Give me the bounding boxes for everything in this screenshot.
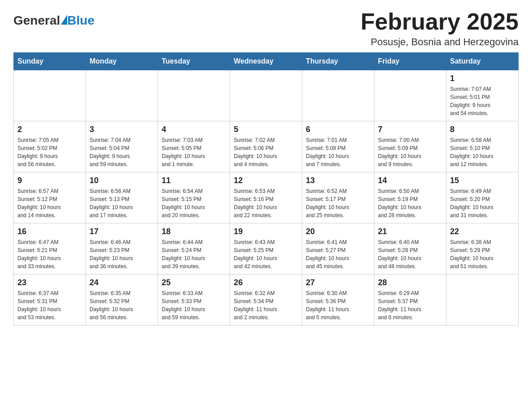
day-info: Sunrise: 6:35 AM Sunset: 5:32 PM Dayligh… — [90, 289, 154, 321]
day-info: Sunrise: 6:50 AM Sunset: 5:19 PM Dayligh… — [378, 187, 442, 219]
page-header: General Blue February 2025 Posusje, Bosn… — [13, 9, 519, 48]
calendar-cell: 2Sunrise: 7:05 AM Sunset: 5:02 PM Daylig… — [14, 121, 86, 172]
weekday-header-friday: Friday — [374, 53, 446, 70]
calendar-table: SundayMondayTuesdayWednesdayThursdayFrid… — [13, 52, 519, 325]
weekday-header-wednesday: Wednesday — [230, 53, 302, 70]
day-number: 2 — [17, 125, 82, 134]
calendar-cell: 6Sunrise: 7:01 AM Sunset: 5:08 PM Daylig… — [302, 121, 374, 172]
day-info: Sunrise: 7:00 AM Sunset: 5:09 PM Dayligh… — [378, 136, 442, 168]
day-number: 7 — [378, 125, 442, 134]
day-info: Sunrise: 6:44 AM Sunset: 5:24 PM Dayligh… — [162, 238, 226, 270]
calendar-week-row: 9Sunrise: 6:57 AM Sunset: 5:12 PM Daylig… — [14, 172, 519, 223]
day-number: 20 — [306, 227, 370, 236]
day-number: 17 — [90, 227, 154, 236]
day-number: 26 — [234, 278, 298, 287]
calendar-cell: 26Sunrise: 6:32 AM Sunset: 5:34 PM Dayli… — [230, 274, 302, 325]
day-number: 8 — [450, 125, 515, 134]
day-info: Sunrise: 6:37 AM Sunset: 5:31 PM Dayligh… — [17, 289, 82, 321]
day-info: Sunrise: 6:49 AM Sunset: 5:20 PM Dayligh… — [450, 187, 515, 219]
day-number: 4 — [162, 125, 226, 134]
day-info: Sunrise: 6:57 AM Sunset: 5:12 PM Dayligh… — [17, 187, 82, 219]
calendar-cell — [446, 274, 519, 325]
day-number: 22 — [450, 227, 515, 236]
day-info: Sunrise: 6:33 AM Sunset: 5:33 PM Dayligh… — [162, 289, 226, 321]
day-info: Sunrise: 7:02 AM Sunset: 5:06 PM Dayligh… — [234, 136, 298, 168]
day-number: 5 — [234, 125, 298, 134]
calendar-cell: 4Sunrise: 7:03 AM Sunset: 5:05 PM Daylig… — [158, 121, 230, 172]
day-number: 16 — [17, 227, 82, 236]
day-number: 6 — [306, 125, 370, 134]
day-number: 11 — [162, 176, 226, 185]
calendar-subtitle: Posusje, Bosnia and Herzegovina — [360, 36, 519, 48]
day-info: Sunrise: 6:32 AM Sunset: 5:34 PM Dayligh… — [234, 289, 298, 321]
logo-triangle-icon — [61, 15, 67, 25]
calendar-cell: 5Sunrise: 7:02 AM Sunset: 5:06 PM Daylig… — [230, 121, 302, 172]
logo-text-blue: Blue — [67, 13, 94, 28]
calendar-cell: 20Sunrise: 6:41 AM Sunset: 5:27 PM Dayli… — [302, 223, 374, 274]
calendar-cell: 21Sunrise: 6:40 AM Sunset: 5:28 PM Dayli… — [374, 223, 446, 274]
calendar-cell: 10Sunrise: 6:56 AM Sunset: 5:13 PM Dayli… — [86, 172, 158, 223]
calendar-cell: 27Sunrise: 6:30 AM Sunset: 5:36 PM Dayli… — [302, 274, 374, 325]
day-number: 19 — [234, 227, 298, 236]
day-info: Sunrise: 6:53 AM Sunset: 5:16 PM Dayligh… — [234, 187, 298, 219]
day-info: Sunrise: 6:41 AM Sunset: 5:27 PM Dayligh… — [306, 238, 370, 270]
day-info: Sunrise: 6:52 AM Sunset: 5:17 PM Dayligh… — [306, 187, 370, 219]
calendar-cell: 19Sunrise: 6:43 AM Sunset: 5:25 PM Dayli… — [230, 223, 302, 274]
weekday-header-saturday: Saturday — [446, 53, 519, 70]
day-number: 23 — [17, 278, 82, 287]
day-number: 25 — [162, 278, 226, 287]
calendar-cell: 23Sunrise: 6:37 AM Sunset: 5:31 PM Dayli… — [14, 274, 86, 325]
day-info: Sunrise: 6:40 AM Sunset: 5:28 PM Dayligh… — [378, 238, 442, 270]
day-number: 1 — [450, 74, 515, 83]
day-number: 18 — [162, 227, 226, 236]
calendar-cell: 9Sunrise: 6:57 AM Sunset: 5:12 PM Daylig… — [14, 172, 86, 223]
calendar-cell — [230, 70, 302, 121]
calendar-cell: 8Sunrise: 6:58 AM Sunset: 5:10 PM Daylig… — [446, 121, 519, 172]
day-number: 21 — [378, 227, 442, 236]
day-info: Sunrise: 6:38 AM Sunset: 5:29 PM Dayligh… — [450, 238, 515, 270]
calendar-cell: 13Sunrise: 6:52 AM Sunset: 5:17 PM Dayli… — [302, 172, 374, 223]
day-number: 28 — [378, 278, 442, 287]
day-info: Sunrise: 6:30 AM Sunset: 5:36 PM Dayligh… — [306, 289, 370, 321]
day-info: Sunrise: 6:54 AM Sunset: 5:15 PM Dayligh… — [162, 187, 226, 219]
logo: General Blue — [13, 13, 94, 28]
calendar-cell: 11Sunrise: 6:54 AM Sunset: 5:15 PM Dayli… — [158, 172, 230, 223]
calendar-cell: 17Sunrise: 6:46 AM Sunset: 5:23 PM Dayli… — [86, 223, 158, 274]
day-info: Sunrise: 7:05 AM Sunset: 5:02 PM Dayligh… — [17, 136, 82, 168]
calendar-week-row: 23Sunrise: 6:37 AM Sunset: 5:31 PM Dayli… — [14, 274, 519, 325]
calendar-cell — [158, 70, 230, 121]
weekday-header-tuesday: Tuesday — [158, 53, 230, 70]
day-number: 14 — [378, 176, 442, 185]
calendar-cell: 7Sunrise: 7:00 AM Sunset: 5:09 PM Daylig… — [374, 121, 446, 172]
day-info: Sunrise: 6:46 AM Sunset: 5:23 PM Dayligh… — [90, 238, 154, 270]
calendar-cell: 12Sunrise: 6:53 AM Sunset: 5:16 PM Dayli… — [230, 172, 302, 223]
calendar-cell — [374, 70, 446, 121]
calendar-cell: 14Sunrise: 6:50 AM Sunset: 5:19 PM Dayli… — [374, 172, 446, 223]
calendar-cell: 24Sunrise: 6:35 AM Sunset: 5:32 PM Dayli… — [86, 274, 158, 325]
weekday-header-monday: Monday — [86, 53, 158, 70]
weekday-header-sunday: Sunday — [14, 53, 86, 70]
calendar-cell: 15Sunrise: 6:49 AM Sunset: 5:20 PM Dayli… — [446, 172, 519, 223]
calendar-cell: 18Sunrise: 6:44 AM Sunset: 5:24 PM Dayli… — [158, 223, 230, 274]
calendar-cell — [14, 70, 86, 121]
weekday-header-thursday: Thursday — [302, 53, 374, 70]
day-info: Sunrise: 6:58 AM Sunset: 5:10 PM Dayligh… — [450, 136, 515, 168]
calendar-cell: 22Sunrise: 6:38 AM Sunset: 5:29 PM Dayli… — [446, 223, 519, 274]
day-info: Sunrise: 7:03 AM Sunset: 5:05 PM Dayligh… — [162, 136, 226, 168]
calendar-cell: 28Sunrise: 6:29 AM Sunset: 5:37 PM Dayli… — [374, 274, 446, 325]
day-info: Sunrise: 6:29 AM Sunset: 5:37 PM Dayligh… — [378, 289, 442, 321]
title-section: February 2025 Posusje, Bosnia and Herzeg… — [360, 9, 519, 48]
day-number: 9 — [17, 176, 82, 185]
day-number: 12 — [234, 176, 298, 185]
calendar-cell — [86, 70, 158, 121]
logo-text-general: General — [13, 13, 60, 28]
day-info: Sunrise: 6:56 AM Sunset: 5:13 PM Dayligh… — [90, 187, 154, 219]
calendar-cell: 25Sunrise: 6:33 AM Sunset: 5:33 PM Dayli… — [158, 274, 230, 325]
day-number: 13 — [306, 176, 370, 185]
day-info: Sunrise: 6:47 AM Sunset: 5:21 PM Dayligh… — [17, 238, 82, 270]
calendar-cell: 3Sunrise: 7:04 AM Sunset: 5:04 PM Daylig… — [86, 121, 158, 172]
calendar-cell: 1Sunrise: 7:07 AM Sunset: 5:01 PM Daylig… — [446, 70, 519, 121]
day-info: Sunrise: 7:01 AM Sunset: 5:08 PM Dayligh… — [306, 136, 370, 168]
calendar-week-row: 16Sunrise: 6:47 AM Sunset: 5:21 PM Dayli… — [14, 223, 519, 274]
calendar-cell: 16Sunrise: 6:47 AM Sunset: 5:21 PM Dayli… — [14, 223, 86, 274]
